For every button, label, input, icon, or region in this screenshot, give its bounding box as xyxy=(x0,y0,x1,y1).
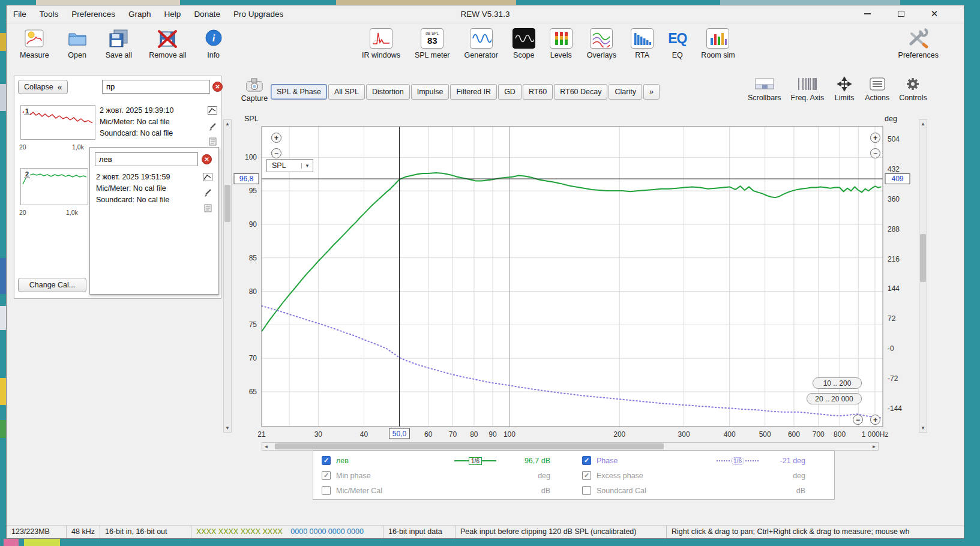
measurement-2-detail-panel: ✕ 2 жовт. 2025 19:51:59 Mic/Meter: No ca… xyxy=(89,147,219,295)
sidebar-scrollbar[interactable]: ▲ ▼ xyxy=(223,119,232,433)
room-sim-button[interactable]: Room sim xyxy=(701,28,735,59)
menu-donate[interactable]: Donate xyxy=(187,7,227,22)
zoom-out-bottom-right-button[interactable]: − xyxy=(853,415,863,425)
scroll-left-icon[interactable]: ◄ xyxy=(262,444,270,449)
notes-icon[interactable] xyxy=(209,137,217,146)
scroll-right-icon[interactable]: ► xyxy=(870,444,878,449)
tab-all-spl[interactable]: All SPL xyxy=(328,84,365,100)
menu-help[interactable]: Help xyxy=(158,7,188,22)
svg-text:90: 90 xyxy=(249,220,257,229)
svg-text:409: 409 xyxy=(891,175,903,183)
zoom-out-top-right-button[interactable]: − xyxy=(870,148,880,158)
measurement-1-name-input[interactable] xyxy=(102,80,210,94)
legend-checkbox-phase[interactable] xyxy=(582,456,591,465)
ir-windows-button[interactable]: IR windows xyxy=(362,28,400,59)
scope-button[interactable]: Scope xyxy=(513,28,535,59)
tab-rt60[interactable]: RT60 xyxy=(523,84,553,100)
legend-checkbox-mic-cal[interactable] xyxy=(322,486,331,495)
menu-pro-upgrades[interactable]: Pro Upgrades xyxy=(227,7,290,22)
zoom-in-top-right-button[interactable]: + xyxy=(870,133,880,143)
trace-select[interactable]: SPL ▼ xyxy=(266,159,313,172)
tab-more[interactable]: » xyxy=(643,84,660,100)
legend-label-phase: Phase xyxy=(597,457,618,465)
tab-impulse[interactable]: Impulse xyxy=(411,84,449,100)
generator-button[interactable]: Generator xyxy=(464,28,498,59)
freq-range-20-20000-button[interactable]: 20 .. 20 000 xyxy=(807,393,862,404)
svg-text:-72: -72 xyxy=(888,374,898,383)
save-all-button[interactable]: Save all xyxy=(106,28,132,59)
scroll-down-icon[interactable]: ▼ xyxy=(224,425,231,431)
menu-graph[interactable]: Graph xyxy=(122,7,158,22)
open-button[interactable]: Open xyxy=(66,28,89,59)
scroll-up-icon[interactable]: ▲ xyxy=(224,121,231,127)
scrollbar-thumb[interactable] xyxy=(224,185,230,222)
tab-clarity[interactable]: Clarity xyxy=(609,84,642,100)
scroll-down-icon[interactable]: ▼ xyxy=(919,425,927,431)
actions-button[interactable]: Actions xyxy=(865,76,889,102)
notes-icon[interactable] xyxy=(204,204,212,212)
legend-checkbox-min-phase[interactable] xyxy=(322,471,331,480)
close-button[interactable]: ✕ xyxy=(925,7,943,21)
graph-vertical-scrollbar[interactable]: ▲ ▼ xyxy=(919,119,927,433)
minimize-button[interactable] xyxy=(858,7,876,21)
eq-button[interactable]: EQ EQ xyxy=(668,28,687,59)
svg-text:72: 72 xyxy=(888,314,896,323)
remove-all-button[interactable]: Remove all xyxy=(149,28,187,59)
limits-button[interactable]: Limits xyxy=(834,76,855,102)
zoom-out-top-left-button[interactable]: − xyxy=(271,148,281,158)
measurement-2-name-input[interactable] xyxy=(95,152,198,166)
legend-checkbox-soundcard-cal[interactable] xyxy=(582,486,591,495)
eq-icon: EQ xyxy=(668,31,687,47)
trace-options-icon[interactable] xyxy=(208,106,217,115)
svg-text:288: 288 xyxy=(888,225,900,233)
measurement-2-number: 2 xyxy=(24,170,30,178)
remove-measurement-2-button[interactable]: ✕ xyxy=(202,154,212,164)
freq-axis-button[interactable]: Freq. Axis xyxy=(791,76,825,102)
legend-checkbox-excess-phase[interactable] xyxy=(582,471,591,480)
smoothing-indicator-lev[interactable]: 1/6 xyxy=(454,456,496,466)
scrollbars-button[interactable]: Scrollbars xyxy=(748,76,781,102)
measurement-2-freq-max: 1,0k xyxy=(66,209,78,216)
legend-checkbox-lev[interactable] xyxy=(322,456,331,465)
legend-unit-soundcard-cal: dB xyxy=(748,487,805,495)
rta-button[interactable]: RTA xyxy=(631,28,654,59)
measurement-2-thumbnail[interactable] xyxy=(20,168,88,205)
freq-axis-icon xyxy=(796,76,818,92)
capture-button[interactable]: Capture xyxy=(239,76,269,103)
legend-value-lev: 96,7 dB xyxy=(493,457,550,465)
tab-filtered-ir[interactable]: Filtered IR xyxy=(450,84,497,100)
tab-spl-phase[interactable]: SPL & Phase xyxy=(271,84,327,100)
menu-tools[interactable]: Tools xyxy=(33,7,65,22)
change-cal-button[interactable]: Change Cal... xyxy=(18,278,86,292)
menu-file[interactable]: File xyxy=(7,7,33,22)
pencil-icon[interactable] xyxy=(203,188,213,197)
scrollbar-thumb[interactable] xyxy=(275,443,664,449)
measurement-2-mic-cal: Mic/Meter: No cal file xyxy=(96,184,166,193)
menu-preferences[interactable]: Preferences xyxy=(65,7,122,22)
remove-measurement-1-button[interactable]: ✕ xyxy=(212,82,223,92)
controls-button[interactable]: Controls xyxy=(899,76,927,102)
spl-meter-button[interactable]: dB SPL83 SPL meter xyxy=(415,28,450,59)
tab-rt60-decay[interactable]: RT60 Decay xyxy=(554,84,607,100)
trace-options-icon[interactable] xyxy=(203,173,212,181)
graph-horizontal-scrollbar[interactable]: ◄ ► xyxy=(262,442,879,451)
zoom-in-top-left-button[interactable]: + xyxy=(271,133,281,143)
zoom-in-bottom-right-button[interactable]: + xyxy=(870,415,880,425)
svg-text:60: 60 xyxy=(424,430,433,439)
status-memory: 123/223MB xyxy=(7,526,67,538)
measure-button[interactable]: Measure xyxy=(20,28,49,59)
pencil-icon[interactable] xyxy=(208,122,218,131)
preferences-button[interactable]: Preferences xyxy=(898,28,939,59)
scrollbar-thumb[interactable] xyxy=(920,234,926,282)
overlays-button[interactable]: Overlays xyxy=(587,28,616,59)
measurement-1-thumbnail[interactable] xyxy=(20,105,95,140)
maximize-button[interactable] xyxy=(892,7,910,21)
tab-distortion[interactable]: Distortion xyxy=(366,84,410,100)
freq-range-10-200-button[interactable]: 10 .. 200 xyxy=(813,377,862,389)
collapse-button[interactable]: Collapse « xyxy=(18,80,68,94)
tab-gd[interactable]: GD xyxy=(498,84,522,100)
levels-button[interactable]: Levels xyxy=(550,28,573,59)
info-button[interactable]: i Info xyxy=(203,28,224,59)
scroll-up-icon[interactable]: ▲ xyxy=(919,121,927,127)
svg-text:70: 70 xyxy=(249,354,257,362)
